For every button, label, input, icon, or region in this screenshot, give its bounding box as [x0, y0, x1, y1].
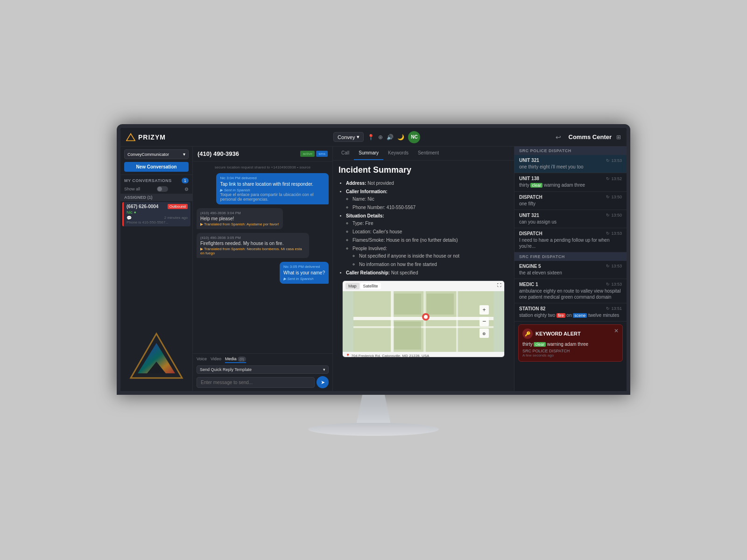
summary-tabs: Call Summary Keywords Sentiment [333, 147, 514, 161]
assigned-label: ASSIGNED (1) [120, 194, 192, 201]
conversation-item[interactable]: (667) 626-0004 Outbound Nic ● 💬 2 minute… [122, 202, 190, 226]
comms-item-dispatch-1[interactable]: DISPATCH ↻ 13:50 one fifty [514, 192, 627, 210]
comms-item-header-3: DISPATCH ↻ 13:50 [519, 195, 622, 200]
chevron-down-icon: ▾ [183, 152, 185, 157]
msg-text-2: Firefighters needed. My house is on fire… [200, 241, 305, 246]
tab-summary[interactable]: Summary [354, 147, 383, 160]
msg-translated-1: ▶ Translated from Spanish: Ayúdame por f… [200, 222, 279, 226]
refresh-icon: ↻ [606, 158, 610, 163]
refresh-icon-3: ↻ [606, 195, 610, 199]
message-bubble-left-1: (410) 490-3936 3:04 PM Help me please! ▶… [197, 208, 283, 229]
show-all-toggle[interactable] [157, 186, 168, 192]
comms-unit: UNIT 321 [519, 158, 539, 163]
app: PRIZYM Convey ▾ 📍 ⊕ 🔊 🌙 NC [120, 128, 627, 391]
chevron-down-icon: ▾ [357, 134, 359, 140]
comms-unit-5: DISPATCH [519, 231, 543, 236]
location-icon[interactable]: 📍 [367, 134, 374, 140]
tab-keywords[interactable]: Keywords [383, 147, 413, 160]
map-tab-satellite[interactable]: Satellite [360, 283, 381, 289]
tab-video[interactable]: Video [211, 357, 221, 363]
tab-voice[interactable]: Voice [197, 357, 207, 363]
tab-call[interactable]: Call [337, 147, 354, 160]
comms-item-unit321-2[interactable]: UNIT 321 ↻ 13:50 can you assign us [514, 210, 627, 228]
comms-time-2: ↻ 13:52 [606, 176, 622, 181]
back-icon[interactable]: ↩ [556, 133, 561, 141]
quick-reply-button[interactable]: Send Quick Reply Template ▾ [197, 365, 329, 374]
grid-icon[interactable]: ⊞ [616, 134, 621, 140]
people-note: Not specified if anyone is inside the ho… [359, 252, 508, 260]
comms-unit-7: MEDIC 1 [519, 282, 538, 287]
keyword-alert-title: KEYWORD ALERT [536, 331, 581, 336]
situation-sublist: Type: Fire Location: Caller's house Flam… [346, 220, 508, 268]
type-item: Type: Fire [352, 220, 508, 227]
keyword-alert-time: A few seconds ago [522, 353, 619, 357]
my-conversations-header: MY CONVERSATIONS 1 [120, 175, 192, 185]
conv-tag: Outbound [168, 204, 188, 209]
convey-dropdown[interactable]: Convey ▾ [333, 132, 364, 142]
msg-text: Tap link to share location with first re… [220, 182, 325, 187]
volume-icon[interactable]: 🔊 [387, 134, 394, 140]
monitor-stand-neck [345, 395, 402, 423]
map-address-bar: 📍 704 Frederick Rd, Catonsville, MD 2122… [343, 352, 504, 357]
comms-item-unit138[interactable]: UNIT 138 ↻ 13:52 thirty clear warning ad… [514, 173, 627, 192]
keyword-fire-badge: fire [557, 313, 565, 318]
comms-item-medic1[interactable]: MEDIC 1 ↻ 13:53 ambulance eighty en rout… [514, 279, 627, 303]
new-conversation-button[interactable]: New Conversation [124, 162, 189, 172]
address-item: Address: Not provided [346, 180, 508, 187]
message-bubble-right-2: Nic 3:05 PM delivered What is your name?… [280, 262, 329, 284]
nav-center: Convey ▾ 📍 ⊕ 🔊 🌙 NC [198, 131, 556, 143]
message-input-row: ➤ [197, 376, 329, 388]
msg-sender: Nic 3:04 PM delivered [220, 176, 325, 180]
send-button[interactable]: ➤ [317, 376, 329, 388]
moon-icon[interactable]: 🌙 [397, 134, 404, 140]
comms-message-8: station eighty two fire on scene twelve … [519, 312, 622, 319]
comms-time: ↻ 13:53 [606, 158, 622, 163]
comms-time-6: ↻ 13:53 [606, 264, 622, 268]
comms-time-7: ↻ 13:53 [606, 282, 622, 287]
flames-item: Flames/Smoke: House is on fire (no furth… [352, 237, 508, 244]
summary-panel: Call Summary Keywords Sentiment Incident… [333, 147, 514, 391]
map-tab-map[interactable]: Map [345, 283, 359, 289]
chat-header: (410) 490-3936 active sms [193, 147, 332, 161]
map-svg: + − ⊕ [343, 291, 504, 352]
fire-start-note: No information on how the fire started [359, 261, 508, 268]
add-icon[interactable]: ⊕ [378, 134, 383, 140]
message-bubble-left-2: (410) 490-3936 3:05 PM Firefighters need… [197, 233, 309, 258]
conv-message-icon: 💬 [127, 216, 132, 220]
caller-info-item: Caller Information: Name: Nic Phone Numb… [346, 188, 508, 211]
comms-item-dispatch-2[interactable]: DISPATCH ↻ 13:53 I need to have a pendin… [514, 228, 627, 252]
comms-item-engine5[interactable]: ENGINE 5 ↻ 13:53 the at eleven sixteen [514, 261, 627, 279]
comms-item-header-4: UNIT 321 ↻ 13:50 [519, 213, 622, 218]
comms-item-station82[interactable]: STATION 82 ↻ 13:51 station eighty two fi… [514, 303, 627, 322]
system-message: secure location request shared to +14104… [197, 165, 329, 169]
badge-active: active [300, 151, 315, 157]
filter-icon[interactable]: ⚙ [184, 187, 189, 192]
keyword-alert-header: 🔑 KEYWORD ALERT [522, 329, 619, 339]
expand-icon[interactable]: ⛶ [497, 283, 501, 289]
avatar[interactable]: NC [408, 131, 420, 143]
comms-unit-3: DISPATCH [519, 195, 543, 200]
tab-media[interactable]: Media (0) [225, 357, 246, 363]
monitor-screen: PRIZYM Convey ▾ 📍 ⊕ 🔊 🌙 NC [117, 124, 630, 395]
comms-unit-4: UNIT 321 [519, 213, 539, 218]
msg-sent-spanish-2: ▶ Sent in Spanish [283, 277, 325, 281]
message-input[interactable] [197, 377, 315, 388]
svg-rect-9 [456, 291, 458, 352]
map-tabs-row: Map Satellite ⛶ [343, 281, 504, 291]
tab-sentiment[interactable]: Sentiment [413, 147, 444, 160]
summary-content: Incident Summary Address: Not provided C… [333, 161, 514, 391]
svg-text:−: − [482, 317, 486, 325]
comms-unit-8: STATION 82 [519, 306, 545, 311]
incident-title: Incident Summary [338, 165, 508, 175]
comms-time-3: ↻ 13:50 [606, 195, 622, 199]
keyword-scene-badge: scene [573, 313, 587, 318]
communicator-dropdown[interactable]: ConveyCommunicator ▾ [124, 149, 189, 159]
conversations-count-badge: 1 [182, 178, 189, 183]
svg-marker-0 [127, 133, 135, 140]
keyword-alert-close-button[interactable]: ✕ [614, 328, 619, 334]
comms-item-unit321-1[interactable]: UNIT 321 ↻ 13:53 one thirty eight i'll m… [514, 155, 627, 173]
status-badges: active sms [300, 151, 328, 157]
police-dispatch-header: SRC POLICE DISPATCH [514, 147, 627, 155]
refresh-icon-4: ↻ [606, 213, 610, 217]
monitor-wrapper: PRIZYM Convey ▾ 📍 ⊕ 🔊 🌙 NC [117, 124, 630, 436]
